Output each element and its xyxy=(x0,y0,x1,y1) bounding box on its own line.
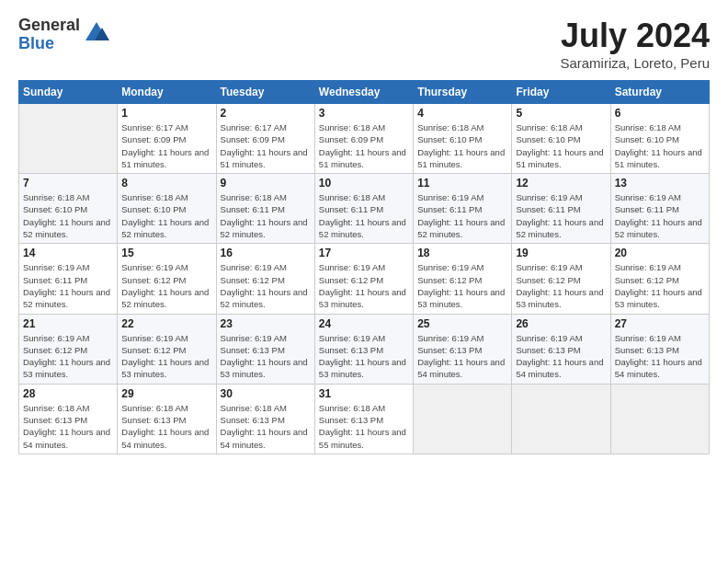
calendar-table: Sunday Monday Tuesday Wednesday Thursday… xyxy=(18,80,710,454)
page: General Blue July 2024 Saramiriza, Loret… xyxy=(0,0,728,563)
day-number: 24 xyxy=(319,317,409,330)
table-row: 30Sunrise: 6:18 AMSunset: 6:13 PMDayligh… xyxy=(216,384,314,454)
day-number: 2 xyxy=(221,107,311,120)
day-number: 11 xyxy=(417,177,507,190)
day-number: 17 xyxy=(319,247,409,259)
day-number: 10 xyxy=(319,177,409,190)
cell-text: Sunrise: 6:18 AMSunset: 6:11 PMDaylight:… xyxy=(319,191,409,240)
title-block: July 2024 Saramiriza, Loreto, Peru xyxy=(560,17,710,71)
day-number: 3 xyxy=(319,107,409,120)
cell-text: Sunrise: 6:19 AMSunset: 6:13 PMDaylight:… xyxy=(615,332,705,381)
day-number: 25 xyxy=(417,317,507,330)
col-tuesday: Tuesday xyxy=(216,81,314,104)
day-number: 28 xyxy=(23,387,113,400)
table-row: 7Sunrise: 6:18 AMSunset: 6:10 PMDaylight… xyxy=(19,174,118,244)
table-row: 19Sunrise: 6:19 AMSunset: 6:12 PMDayligh… xyxy=(512,244,610,314)
week-row: 1Sunrise: 6:17 AMSunset: 6:09 PMDaylight… xyxy=(19,104,710,174)
table-row: 25Sunrise: 6:19 AMSunset: 6:13 PMDayligh… xyxy=(414,314,512,384)
cell-text: Sunrise: 6:19 AMSunset: 6:12 PMDaylight:… xyxy=(121,332,211,381)
cell-text: Sunrise: 6:18 AMSunset: 6:13 PMDaylight:… xyxy=(121,402,211,451)
cell-text: Sunrise: 6:19 AMSunset: 6:13 PMDaylight:… xyxy=(516,332,606,381)
table-row: 20Sunrise: 6:19 AMSunset: 6:12 PMDayligh… xyxy=(610,244,709,314)
cell-text: Sunrise: 6:18 AMSunset: 6:10 PMDaylight:… xyxy=(23,191,113,240)
day-number: 22 xyxy=(121,317,211,330)
logo-text: General Blue xyxy=(18,17,80,53)
col-sunday: Sunday xyxy=(19,81,118,104)
cell-text: Sunrise: 6:19 AMSunset: 6:12 PMDaylight:… xyxy=(221,261,311,310)
table-row: 29Sunrise: 6:18 AMSunset: 6:13 PMDayligh… xyxy=(118,384,216,454)
cell-text: Sunrise: 6:19 AMSunset: 6:12 PMDaylight:… xyxy=(319,261,409,310)
week-row: 21Sunrise: 6:19 AMSunset: 6:12 PMDayligh… xyxy=(19,314,710,384)
cell-text: Sunrise: 6:19 AMSunset: 6:11 PMDaylight:… xyxy=(615,191,705,240)
table-row: 23Sunrise: 6:19 AMSunset: 6:13 PMDayligh… xyxy=(216,314,314,384)
location: Saramiriza, Loreto, Peru xyxy=(560,55,710,71)
day-number: 29 xyxy=(121,387,211,400)
cell-text: Sunrise: 6:19 AMSunset: 6:12 PMDaylight:… xyxy=(121,261,211,310)
table-row: 18Sunrise: 6:19 AMSunset: 6:12 PMDayligh… xyxy=(414,244,512,314)
week-row: 28Sunrise: 6:18 AMSunset: 6:13 PMDayligh… xyxy=(19,384,710,454)
table-row: 14Sunrise: 6:19 AMSunset: 6:11 PMDayligh… xyxy=(19,244,118,314)
day-number: 20 xyxy=(615,247,705,259)
day-number: 30 xyxy=(221,387,311,400)
cell-text: Sunrise: 6:18 AMSunset: 6:13 PMDaylight:… xyxy=(221,402,311,451)
table-row: 12Sunrise: 6:19 AMSunset: 6:11 PMDayligh… xyxy=(512,174,610,244)
table-row: 9Sunrise: 6:18 AMSunset: 6:11 PMDaylight… xyxy=(216,174,314,244)
cell-text: Sunrise: 6:19 AMSunset: 6:12 PMDaylight:… xyxy=(23,332,113,381)
table-row: 26Sunrise: 6:19 AMSunset: 6:13 PMDayligh… xyxy=(512,314,610,384)
calendar-body: 1Sunrise: 6:17 AMSunset: 6:09 PMDaylight… xyxy=(19,104,710,454)
table-row: 6Sunrise: 6:18 AMSunset: 6:10 PMDaylight… xyxy=(610,104,709,174)
table-row: 17Sunrise: 6:19 AMSunset: 6:12 PMDayligh… xyxy=(314,244,413,314)
table-row: 22Sunrise: 6:19 AMSunset: 6:12 PMDayligh… xyxy=(118,314,216,384)
table-row: 28Sunrise: 6:18 AMSunset: 6:13 PMDayligh… xyxy=(19,384,118,454)
week-row: 7Sunrise: 6:18 AMSunset: 6:10 PMDaylight… xyxy=(19,174,710,244)
col-saturday: Saturday xyxy=(610,81,709,104)
header-row: Sunday Monday Tuesday Wednesday Thursday… xyxy=(19,81,710,104)
table-row: 16Sunrise: 6:19 AMSunset: 6:12 PMDayligh… xyxy=(216,244,314,314)
table-row: 2Sunrise: 6:17 AMSunset: 6:09 PMDaylight… xyxy=(216,104,314,174)
table-row: 21Sunrise: 6:19 AMSunset: 6:12 PMDayligh… xyxy=(19,314,118,384)
logo: General Blue xyxy=(18,17,109,53)
day-number: 31 xyxy=(319,387,409,400)
cell-text: Sunrise: 6:18 AMSunset: 6:10 PMDaylight:… xyxy=(615,121,705,170)
cell-text: Sunrise: 6:19 AMSunset: 6:11 PMDaylight:… xyxy=(417,191,507,240)
table-row: 8Sunrise: 6:18 AMSunset: 6:10 PMDaylight… xyxy=(118,174,216,244)
day-number: 6 xyxy=(615,107,705,120)
day-number: 16 xyxy=(221,247,311,259)
table-row xyxy=(610,384,709,454)
table-row: 13Sunrise: 6:19 AMSunset: 6:11 PMDayligh… xyxy=(610,174,709,244)
col-wednesday: Wednesday xyxy=(314,81,413,104)
day-number: 5 xyxy=(516,107,606,120)
header: General Blue July 2024 Saramiriza, Loret… xyxy=(18,17,710,71)
table-row xyxy=(512,384,610,454)
logo-blue: Blue xyxy=(18,35,80,53)
table-row: 10Sunrise: 6:18 AMSunset: 6:11 PMDayligh… xyxy=(314,174,413,244)
day-number: 27 xyxy=(615,317,705,330)
table-row xyxy=(414,384,512,454)
day-number: 23 xyxy=(221,317,311,330)
cell-text: Sunrise: 6:17 AMSunset: 6:09 PMDaylight:… xyxy=(221,121,311,170)
cell-text: Sunrise: 6:18 AMSunset: 6:10 PMDaylight:… xyxy=(516,121,606,170)
table-row: 3Sunrise: 6:18 AMSunset: 6:09 PMDaylight… xyxy=(314,104,413,174)
day-number: 14 xyxy=(23,247,113,259)
day-number: 9 xyxy=(221,177,311,190)
table-row: 27Sunrise: 6:19 AMSunset: 6:13 PMDayligh… xyxy=(610,314,709,384)
table-row: 11Sunrise: 6:19 AMSunset: 6:11 PMDayligh… xyxy=(414,174,512,244)
cell-text: Sunrise: 6:19 AMSunset: 6:13 PMDaylight:… xyxy=(221,332,311,381)
day-number: 12 xyxy=(516,177,606,190)
month-title: July 2024 xyxy=(560,17,710,55)
logo-icon xyxy=(84,20,109,46)
table-row: 5Sunrise: 6:18 AMSunset: 6:10 PMDaylight… xyxy=(512,104,610,174)
day-number: 18 xyxy=(417,247,507,259)
cell-text: Sunrise: 6:19 AMSunset: 6:11 PMDaylight:… xyxy=(516,191,606,240)
cell-text: Sunrise: 6:17 AMSunset: 6:09 PMDaylight:… xyxy=(121,121,211,170)
logo-general: General xyxy=(18,17,80,35)
day-number: 21 xyxy=(23,317,113,330)
cell-text: Sunrise: 6:18 AMSunset: 6:09 PMDaylight:… xyxy=(319,121,409,170)
day-number: 4 xyxy=(417,107,507,120)
cell-text: Sunrise: 6:18 AMSunset: 6:10 PMDaylight:… xyxy=(417,121,507,170)
table-row: 24Sunrise: 6:19 AMSunset: 6:13 PMDayligh… xyxy=(314,314,413,384)
day-number: 15 xyxy=(121,247,211,259)
cell-text: Sunrise: 6:18 AMSunset: 6:13 PMDaylight:… xyxy=(319,402,409,451)
col-friday: Friday xyxy=(512,81,610,104)
cell-text: Sunrise: 6:18 AMSunset: 6:11 PMDaylight:… xyxy=(221,191,311,240)
